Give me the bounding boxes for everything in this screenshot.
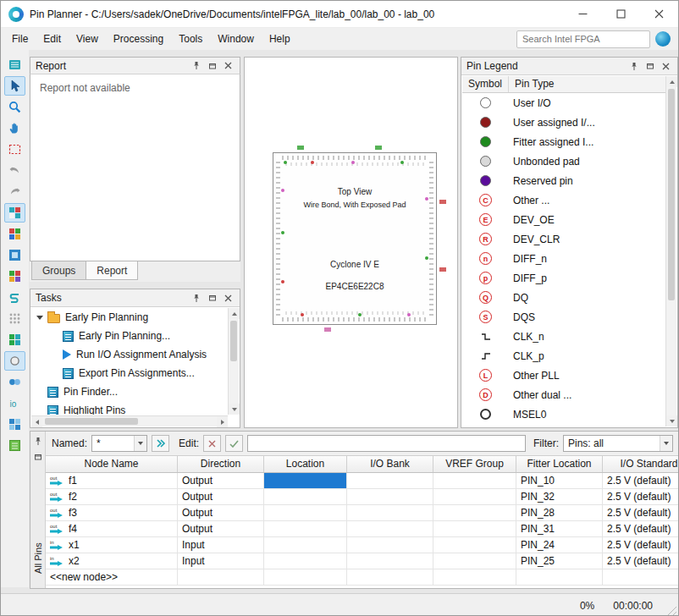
column-header-i-o-bank[interactable]: I/O Bank	[347, 456, 433, 472]
cell-empty[interactable]	[178, 569, 264, 585]
cell-name-f3[interactable]: outf3	[46, 505, 178, 520]
scroll-up-button[interactable]	[229, 308, 240, 319]
cell-io-standard-f3[interactable]: 2.5 V (default)	[603, 505, 679, 520]
cell-empty[interactable]	[264, 569, 347, 585]
task-pin-finder[interactable]: Pin Finder...	[31, 382, 228, 401]
pin-icon[interactable]	[190, 60, 202, 72]
cell-io-standard-f4[interactable]: 2.5 V (default)	[603, 521, 679, 536]
menu-help[interactable]: Help	[262, 30, 298, 48]
chevron-down-icon[interactable]	[660, 436, 672, 451]
pin-planner-icon[interactable]	[4, 55, 25, 74]
cell-location-x2[interactable]	[264, 553, 347, 569]
close-icon[interactable]	[660, 60, 672, 72]
cell-vref-group-x2[interactable]	[433, 553, 516, 569]
scroll-thumb[interactable]	[230, 321, 237, 361]
cell-io-bank-f1[interactable]	[347, 473, 433, 488]
cell-io-standard-x1[interactable]: 2.5 V (default)	[603, 537, 679, 553]
menu-edit[interactable]: Edit	[36, 30, 69, 48]
cell-empty[interactable]	[603, 569, 679, 585]
cell-direction-f2[interactable]: Output	[178, 489, 264, 504]
expand-arrow-icon[interactable]	[36, 316, 43, 320]
cell-io-standard-f1[interactable]: 2.5 V (default)	[603, 473, 679, 488]
tasks-vscrollbar[interactable]	[228, 308, 239, 415]
cell-name-f2[interactable]: outf2	[46, 489, 178, 504]
legend-vscrollbar[interactable]	[665, 76, 676, 426]
task-early-pin-planning[interactable]: Early Pin Planning	[31, 308, 228, 327]
task-export-pin-assignments[interactable]: Export Pin Assignments...	[31, 364, 228, 382]
package-view-panel[interactable]: Top View Wire Bond, With Exposed Pad Cyc…	[244, 57, 458, 428]
close-button[interactable]	[640, 1, 678, 27]
maximize-button[interactable]	[602, 1, 640, 27]
cell-location-f2[interactable]	[264, 489, 347, 504]
tasks-panel-titlebar[interactable]: Tasks	[30, 289, 240, 307]
undo-icon[interactable]	[4, 161, 25, 180]
cell-io-bank-x2[interactable]	[347, 553, 433, 569]
column-header-node-name[interactable]: Node Name	[46, 456, 178, 472]
new-node-cell[interactable]: <<new node>>	[46, 569, 178, 585]
tasks-hscrollbar[interactable]	[31, 415, 228, 426]
chevron-down-icon[interactable]	[134, 436, 146, 451]
menu-tools[interactable]: Tools	[171, 30, 210, 48]
float-icon[interactable]	[31, 450, 45, 464]
column-header-location[interactable]: Location	[264, 456, 347, 472]
cell-location-f4[interactable]	[264, 521, 347, 536]
menu-view[interactable]: View	[69, 30, 106, 48]
show-report-window-icon[interactable]	[4, 436, 25, 455]
task-highlight-pins[interactable]: Highlight Pins	[31, 401, 228, 415]
cell-io-bank-f3[interactable]	[347, 505, 433, 520]
cell-location-f3[interactable]	[264, 505, 347, 520]
resize-grip[interactable]	[665, 604, 676, 615]
edit-cancel-button[interactable]	[203, 435, 221, 452]
pin-icon[interactable]	[627, 60, 640, 72]
cell-fitter-location-f3[interactable]: PIN_28	[516, 505, 603, 520]
fit-selection-icon[interactable]	[4, 140, 25, 159]
show-swap-pins-icon[interactable]	[4, 288, 25, 307]
cell-direction-x2[interactable]: Input	[178, 553, 264, 569]
cell-name-x2[interactable]: inx2	[46, 553, 178, 569]
scroll-thumb[interactable]	[45, 418, 138, 425]
named-combobox[interactable]: *	[91, 435, 147, 452]
float-icon[interactable]	[206, 292, 218, 304]
menu-window[interactable]: Window	[210, 30, 262, 48]
cell-name-f1[interactable]: outf1	[46, 473, 178, 488]
cell-direction-x1[interactable]: Input	[178, 537, 264, 553]
search-input[interactable]	[516, 30, 650, 48]
cell-vref-group-f2[interactable]	[433, 489, 516, 504]
column-header-direction[interactable]: Direction	[178, 456, 264, 472]
pattern-list-button[interactable]	[152, 435, 169, 452]
zoom-tool-icon[interactable]	[4, 97, 25, 117]
report-panel-titlebar[interactable]: Report	[30, 57, 240, 74]
tab-report[interactable]: Report	[86, 261, 138, 280]
task-early-pin-planning[interactable]: Early Pin Planning...	[31, 327, 228, 345]
scroll-up-button[interactable]	[666, 76, 677, 87]
float-icon[interactable]	[643, 60, 656, 72]
scroll-thumb[interactable]	[668, 89, 675, 300]
cell-io-bank-f2[interactable]	[347, 489, 433, 504]
cell-vref-group-f1[interactable]	[433, 473, 516, 488]
cell-direction-f1[interactable]: Output	[178, 473, 264, 488]
show-vref-groups-icon[interactable]	[4, 224, 25, 244]
cell-empty[interactable]	[433, 569, 516, 585]
show-edges-icon[interactable]	[4, 245, 25, 265]
edit-accept-button[interactable]	[225, 435, 243, 452]
cell-vref-group-x1[interactable]	[433, 537, 516, 553]
close-icon[interactable]	[222, 292, 235, 304]
cell-io-bank-f4[interactable]	[347, 521, 433, 536]
cell-fitter-location-f4[interactable]: PIN_31	[516, 521, 603, 536]
show-pin-migration-icon[interactable]	[4, 267, 25, 286]
cell-io-standard-f2[interactable]: 2.5 V (default)	[603, 489, 679, 504]
show-io-banks-icon[interactable]	[4, 203, 25, 223]
cell-location-x1[interactable]	[264, 537, 347, 553]
show-io-standards-icon[interactable]: io	[4, 393, 25, 413]
scroll-down-button[interactable]	[666, 415, 677, 426]
show-pins-icon[interactable]	[4, 351, 25, 371]
pin-icon[interactable]	[31, 434, 45, 448]
title-bar[interactable]: Pin Planner - C:/Users/sadek/OneDrive/Do…	[1, 1, 678, 28]
chip-package[interactable]: Top View Wire Bond, With Exposed Pad Cyc…	[273, 152, 437, 325]
cell-name-f4[interactable]: outf4	[46, 521, 178, 536]
redo-icon[interactable]	[4, 182, 25, 201]
scroll-right-button[interactable]	[217, 416, 228, 427]
cell-location-f1[interactable]	[264, 473, 347, 488]
menu-processing[interactable]: Processing	[106, 30, 171, 48]
cell-direction-f3[interactable]: Output	[178, 505, 264, 520]
